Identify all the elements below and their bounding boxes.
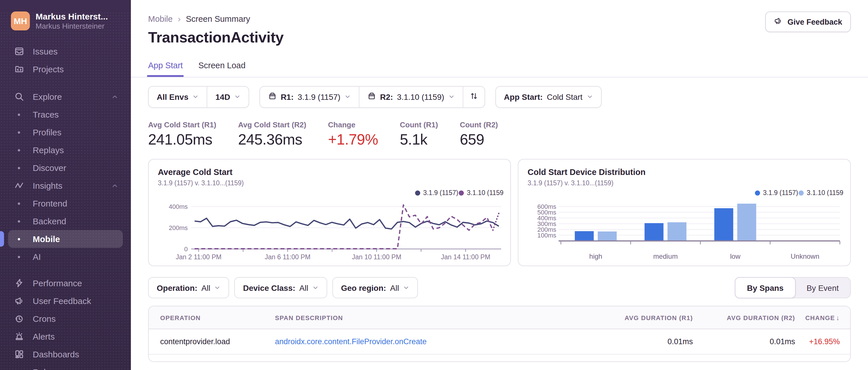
svg-text:0: 0 xyxy=(184,245,188,253)
chevron-up-icon[interactable] xyxy=(112,182,118,189)
stat-label: Avg Cold Start (R1) xyxy=(148,121,216,129)
device-distribution-bar-chart[interactable]: 100ms200ms300ms400ms500ms600mshighmedium… xyxy=(528,200,842,265)
stat-label: Change xyxy=(328,121,378,129)
siren-icon xyxy=(12,332,26,341)
chevron-up-icon[interactable] xyxy=(112,93,118,100)
device-class-selector[interactable]: Device Class:All xyxy=(235,277,327,298)
sidebar-item-releases[interactable]: Releases xyxy=(8,363,123,370)
chart-legend[interactable]: 3.1.9 (1157)3.1.10 (1159 xyxy=(414,189,503,196)
legend-label: 3.1.10 (1159 xyxy=(807,189,843,196)
legend-dot-icon xyxy=(799,190,804,195)
operation-selector[interactable]: Operation:All xyxy=(148,277,229,298)
megaphone-icon xyxy=(774,16,782,27)
sidebar-item-label: Insights xyxy=(33,181,62,191)
sidebar-item-crons[interactable]: Crons xyxy=(8,310,123,328)
insights-icon xyxy=(12,181,26,191)
sidebar-item-label: Frontend xyxy=(33,199,67,208)
sidebar-item-label: Alerts xyxy=(33,332,55,341)
sidebar-item-user-feedback[interactable]: User Feedback xyxy=(8,292,123,310)
spans-table: OPERATIONSPAN DESCRIPTIONAVG DURATION (R… xyxy=(148,306,851,362)
avg-cold-start-card: Average Cold Start 3.1.9 (1157) v. 3.1.1… xyxy=(148,159,511,266)
sidebar-item-replays[interactable]: Replays xyxy=(8,141,123,159)
sidebar-item-label: Releases xyxy=(33,367,69,370)
search-icon xyxy=(12,92,26,102)
chart-legend[interactable]: 3.1.9 (1157)3.1.10 (1159 xyxy=(754,189,843,196)
sidebar-item-backend[interactable]: Backend xyxy=(8,212,123,230)
tab-screen-load[interactable]: Screen Load xyxy=(198,61,245,77)
table-filter-row: Operation:AllDevice Class:AllGeo region:… xyxy=(148,277,851,298)
legend-label: 3.1.10 (1159 xyxy=(467,189,503,196)
stat-value: 5.1k xyxy=(400,131,438,148)
table-row-partial xyxy=(149,355,850,361)
sidebar-item-insights[interactable]: Insights xyxy=(8,177,123,195)
sidebar-item-projects[interactable]: Projects xyxy=(8,60,123,78)
stat-value: 245.36ms xyxy=(238,131,306,148)
environment-selector[interactable]: All Envs xyxy=(149,87,207,107)
toggle-by-event[interactable]: By Event xyxy=(795,278,850,298)
sidebar-item-issues[interactable]: Issues xyxy=(8,42,123,60)
user-org: Markus Hintersteiner xyxy=(36,22,108,30)
give-feedback-button[interactable]: Give Feedback xyxy=(765,11,851,32)
sidebar-item-explore[interactable]: Explore xyxy=(8,88,123,106)
release-1-selector[interactable]: R1: 3.1.9 (1157) xyxy=(260,87,359,107)
operation-cell: contentprovider.load xyxy=(149,337,264,346)
sidebar-item-mobile[interactable]: Mobile xyxy=(8,230,123,248)
breadcrumb-mobile[interactable]: Mobile xyxy=(148,14,173,23)
legend-label: 3.1.9 (1157) xyxy=(763,189,798,196)
toggle-by-spans[interactable]: By Spans xyxy=(735,277,796,298)
sidebar-item-dashboards[interactable]: Dashboards xyxy=(8,345,123,363)
svg-text:600ms: 600ms xyxy=(537,203,556,210)
bullet-icon xyxy=(12,131,26,133)
app-start-type-selector[interactable]: App Start: Cold Start xyxy=(496,87,601,107)
sidebar-item-label: Crons xyxy=(33,314,56,324)
release-2-selector[interactable]: R2: 3.1.10 (1159) xyxy=(359,87,463,107)
chevron-down-icon xyxy=(234,92,241,102)
chevron-down-icon xyxy=(344,92,351,102)
sidebar-item-traces[interactable]: Traces xyxy=(8,106,123,123)
span-description-link[interactable]: androidx.core.content.FileProvider.onCre… xyxy=(275,337,427,346)
stat-value: 241.05ms xyxy=(148,131,216,148)
column-header-change[interactable]: CHANGE↓ xyxy=(795,313,850,322)
give-feedback-label: Give Feedback xyxy=(787,18,842,26)
geo-region-selector[interactable]: Geo region:All xyxy=(332,277,418,298)
sidebar-item-profiles[interactable]: Profiles xyxy=(8,123,123,141)
release-icon xyxy=(367,92,376,102)
cold-start-line-chart[interactable]: 0200ms400msJan 2 11:00 PMJan 6 11:00 PMJ… xyxy=(158,200,502,265)
sidebar-item-frontend[interactable]: Frontend xyxy=(8,195,123,212)
release-group: R1: 3.1.9 (1157) R2: 3.1.10 (1159) xyxy=(259,86,485,108)
sidebar-item-alerts[interactable]: Alerts xyxy=(8,328,123,345)
stack-icon xyxy=(12,367,26,370)
legend-label: 3.1.9 (1157) xyxy=(423,189,458,196)
change-cell: +16.95% xyxy=(795,337,850,346)
table-row: contentprovider.loadandroidx.core.conten… xyxy=(149,329,850,355)
sidebar-item-performance[interactable]: Performance xyxy=(8,274,123,292)
tab-bar: App Start Screen Load xyxy=(148,61,851,77)
breadcrumb: Mobile › Screen Summary xyxy=(148,14,851,24)
column-header-avg-duration-r1-[interactable]: AVG DURATION (R1) xyxy=(590,314,693,321)
user-name: Markus Hinterst... xyxy=(36,11,108,21)
svg-text:Jan 10 11:00 PM: Jan 10 11:00 PM xyxy=(352,253,401,261)
period-selector[interactable]: 14D xyxy=(207,87,249,107)
column-header-avg-duration-r2-[interactable]: AVG DURATION (R2) xyxy=(693,314,795,321)
sidebar-item-discover[interactable]: Discover xyxy=(8,159,123,177)
nav-section-gap xyxy=(0,78,131,88)
swap-releases-button[interactable] xyxy=(463,87,485,107)
column-header-operation[interactable]: OPERATION xyxy=(149,314,264,321)
active-indicator xyxy=(0,231,4,247)
column-header-span-description[interactable]: SPAN DESCRIPTION xyxy=(264,314,590,321)
sidebar-item-label: Dashboards xyxy=(33,349,79,359)
chart-subtitle: 3.1.9 (1157) v. 3.1.10...(1159) xyxy=(158,179,501,187)
view-toggle: By Spans By Event xyxy=(735,277,851,298)
tab-app-start[interactable]: App Start xyxy=(148,61,183,77)
sidebar-item-label: AI xyxy=(33,252,41,262)
svg-text:medium: medium xyxy=(653,253,678,260)
sidebar-item-label: Backend xyxy=(33,216,66,226)
main-content: Mobile › Screen Summary Give Feedback Tr… xyxy=(131,0,868,370)
chip-value: All xyxy=(390,283,399,292)
org-switcher[interactable]: MH Markus Hinterst... Markus Hinterstein… xyxy=(11,11,124,30)
sidebar-item-ai[interactable]: AI xyxy=(8,248,123,266)
svg-text:Jan 2 11:00 PM: Jan 2 11:00 PM xyxy=(176,253,221,261)
megaphone-icon xyxy=(12,296,26,306)
bullet-icon xyxy=(12,149,26,151)
r1-label: R1: xyxy=(281,92,293,102)
